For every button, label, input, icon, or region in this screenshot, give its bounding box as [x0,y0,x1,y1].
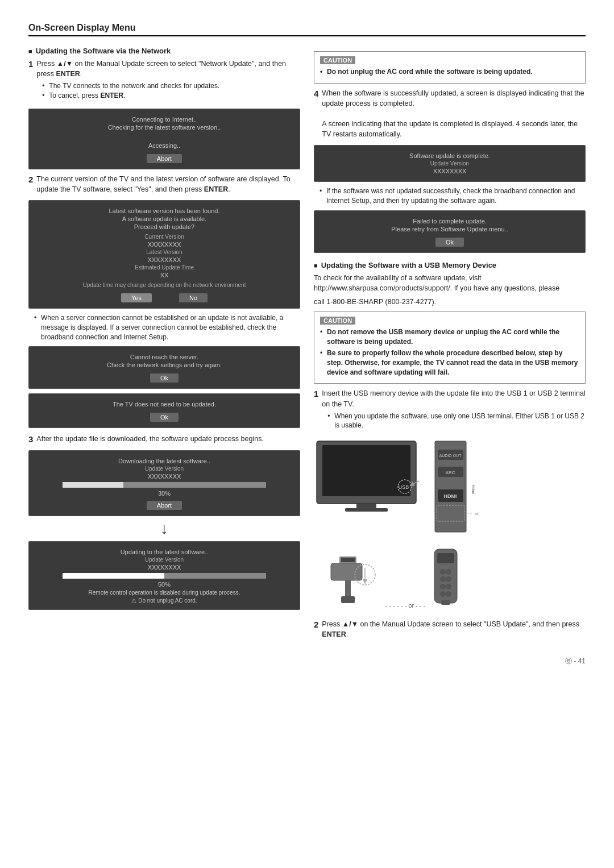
no-btn[interactable]: No [179,293,208,302]
step-4-number: 4 [314,88,318,99]
usb-step-2-number: 2 [314,619,318,630]
svg-rect-22 [341,558,355,562]
progress-bar-2 [63,573,266,579]
svg-text:Hdmi: Hdmi [471,485,475,495]
svg-point-33 [440,591,446,597]
usb-step-2-content: Press ▲/▼ on the Manual Update screen to… [322,619,586,639]
side-panel-svg: AUDIO OUT ARC Hdmi HDMI or [432,438,483,541]
screen-update-available: Latest software version has been found. … [28,200,300,309]
caution-list-2: Do not remove the USB memory device or u… [320,327,579,377]
step-3-number: 3 [28,434,33,445]
abort-btn-1[interactable]: Abort [147,154,182,163]
progress-bar-1 [63,482,266,488]
screen-cannot-reach: Cannot reach the server. Check the netwo… [28,346,300,389]
page-wrapper: On-Screen Display Menu Updating the Soft… [28,23,586,666]
tv-usb-illustration: USB AUDIO OUT [314,438,586,541]
usb-step-2: 2 Press ▲/▼ on the Manual Update screen … [314,619,586,639]
step-4-content: When the software is successfully update… [322,88,586,140]
screen-downloading: Downloading the latest software.. Update… [28,450,300,516]
step-2-content: The current version of the TV and the la… [36,174,300,194]
svg-rect-26 [437,553,454,563]
caution-item-1: Do not unplug the AC cord while the soft… [320,67,579,77]
svg-text:HDMI: HDMI [444,493,457,499]
usb-step-1-bullets: When you update the software, use only o… [327,412,586,431]
svg-point-27 [440,569,446,575]
page-title: On-Screen Display Menu [28,23,586,33]
svg-text:ARC: ARC [446,470,455,475]
caution-box-2: CAUTION Do not remove the USB memory dev… [314,312,586,384]
page-footer: ⓔ - 41 [28,657,586,666]
ok-btn-3[interactable]: Ok [435,238,464,247]
step-4-extra-bullets: If the software was not updated successf… [320,186,586,206]
caution-list-1: Do not unplug the AC cord while the soft… [320,67,579,77]
section2-para1: To check for the availability of a softw… [314,273,586,293]
progress-fill-2 [63,573,164,579]
svg-rect-20 [341,596,355,603]
svg-point-28 [446,569,451,575]
tv-front-svg: USB [314,438,428,529]
yes-btn[interactable]: Yes [121,293,152,302]
step-2-bullet-server: When a server connection cannot be estab… [34,313,300,342]
screen-complete: Software update is complete. Update Vers… [314,145,586,182]
abort-btn-2[interactable]: Abort [147,501,182,510]
svg-rect-3 [345,508,388,512]
usb-bullet-1: When you update the software, use only o… [327,412,586,431]
svg-text:or: or [475,512,479,516]
svg-point-34 [446,591,451,597]
progress-fill-1 [63,482,124,488]
remote-svg [429,546,463,614]
svg-point-31 [440,584,446,589]
step-2: 2 The current version of the TV and the … [28,174,300,194]
step-1-bullet-1: The TV connects to the network and check… [42,81,300,91]
step-4-bullet-fail: If the software was not updated successf… [320,186,586,206]
svg-rect-35 [441,600,450,605]
arrow-down: ↓ [28,521,300,537]
caution-item-usb-2: Be sure to properly follow the whole pro… [320,348,579,377]
step-3: 3 After the update file is downloaded, t… [28,434,300,444]
page-number: ⓔ - 41 [565,657,586,665]
caution-label-2: CAUTION [320,317,355,325]
step-3-content: After the update file is downloaded, the… [36,434,300,444]
step-2-extra-bullets: When a server connection cannot be estab… [34,313,300,342]
step-1: 1 Press ▲/▼ on the Manual Update screen … [28,59,300,103]
usb-device-svg [314,546,382,614]
svg-rect-1 [322,445,410,496]
page-header: On-Screen Display Menu [28,23,586,36]
section2-para2: call 1-800-BE-SHARP (800-237-4277). [314,297,586,307]
section-title-usb: Updating the Software with a USB Memory … [314,261,586,269]
left-column: Updating the Software via the Network 1 … [28,47,300,645]
screen-updating: Updating to the latest software.. Update… [28,541,300,610]
step-4: 4 When the software is successfully upda… [314,88,586,140]
svg-point-29 [440,576,446,582]
warning-remote: Remote control operation is disabled dur… [37,589,292,596]
svg-point-30 [446,576,451,582]
step-1-content: Press ▲/▼ on the Manual Update screen to… [36,59,300,103]
svg-rect-18 [331,563,362,580]
ok-btn-1[interactable]: Ok [150,373,179,383]
svg-rect-19 [345,580,351,597]
right-column: CAUTION Do not unplug the AC cord while … [314,47,586,645]
caution-item-usb-1: Do not remove the USB memory device or u… [320,327,579,347]
step-1-number: 1 [28,59,33,70]
warning-ac: ⚠ Do not unplug AC cord. [37,597,292,604]
screen-failed: Failed to complete update. Please retry … [314,210,586,253]
step-2-number: 2 [28,174,33,185]
screen-connecting: Connecting to Internet.. Checking for th… [28,109,300,169]
bottom-usb-illustration: - - - - - - or - - - [314,546,586,614]
svg-rect-2 [356,504,376,508]
svg-text:USB: USB [399,484,409,490]
content-columns: Updating the Software via the Network 1 … [28,47,586,645]
usb-step-1: 1 Insert the USB memory device with the … [314,388,586,433]
step-1-bullet-2: To cancel, press ENTER. [42,91,300,101]
or-label: - - - - - - or - - - [385,602,425,614]
screen-no-update: The TV does not need to be updated. Ok [28,393,300,428]
svg-text:AUDIO OUT: AUDIO OUT [439,454,462,458]
usb-step-1-number: 1 [314,388,318,400]
section-title-network: Updating the Software via the Network [28,47,300,55]
caution-box-1: CAUTION Do not unplug the AC cord while … [314,51,586,84]
ok-btn-2[interactable]: Ok [150,413,179,422]
usb-step-1-content: Insert the USB memory device with the up… [322,388,586,433]
caution-label-1: CAUTION [320,56,355,64]
step-1-bullets: The TV connects to the network and check… [42,81,300,101]
svg-point-32 [446,584,451,589]
